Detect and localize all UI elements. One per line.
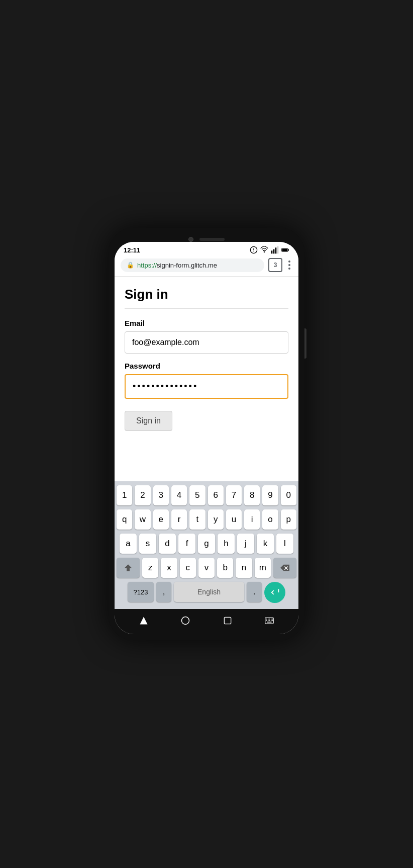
sign-in-button[interactable]: Sign in — [125, 411, 172, 431]
notch-area — [115, 234, 298, 242]
key-l[interactable]: l — [276, 534, 293, 554]
keyboard-row-zxcv: z x c v b n m — [117, 558, 296, 578]
key-k[interactable]: k — [257, 534, 274, 554]
key-h[interactable]: h — [218, 534, 235, 554]
key-space[interactable]: English — [174, 582, 244, 602]
key-comma[interactable]: , — [156, 582, 171, 602]
camera — [188, 237, 193, 242]
key-period[interactable]: . — [247, 582, 262, 602]
svg-rect-5 — [273, 249, 275, 254]
key-w[interactable]: w — [135, 509, 150, 530]
email-label: Email — [125, 319, 288, 327]
wifi-icon — [260, 246, 268, 254]
email-group: Email — [125, 319, 288, 354]
svg-point-3 — [264, 251, 265, 253]
url-text: https://signin-form.glitch.me — [137, 262, 217, 269]
keyboard-row-numbers: 1 2 3 4 5 6 7 8 9 0 — [117, 485, 296, 505]
svg-rect-18 — [268, 619, 269, 620]
key-e[interactable]: e — [153, 509, 169, 530]
key-j[interactable]: j — [237, 534, 254, 554]
page-title: Sign in — [125, 287, 288, 302]
url-bar[interactable]: 🔒 https://signin-form.glitch.me — [121, 258, 264, 272]
phone-screen: 12:11 — [115, 242, 298, 634]
status-icons — [250, 246, 289, 254]
svg-rect-23 — [268, 620, 269, 621]
phone-frame: 12:11 — [109, 228, 304, 640]
svg-rect-4 — [271, 250, 273, 253]
key-u[interactable]: u — [226, 509, 242, 530]
key-p[interactable]: p — [281, 509, 296, 530]
key-x[interactable]: x — [161, 558, 177, 578]
key-5[interactable]: 5 — [189, 485, 205, 505]
key-z[interactable]: z — [142, 558, 158, 578]
svg-rect-10 — [282, 248, 287, 251]
key-a[interactable]: a — [120, 534, 137, 554]
svg-rect-26 — [272, 620, 273, 621]
svg-rect-25 — [271, 620, 272, 621]
key-shift[interactable] — [117, 558, 140, 578]
signal-icon — [271, 246, 279, 254]
key-enter[interactable] — [264, 582, 285, 603]
svg-rect-17 — [266, 619, 267, 620]
battery-icon — [281, 246, 289, 254]
browser-bar: 🔒 https://signin-form.glitch.me 3 — [115, 256, 298, 277]
svg-rect-27 — [267, 622, 272, 623]
key-n[interactable]: n — [236, 558, 252, 578]
page-divider — [125, 308, 288, 309]
nav-recents-button[interactable] — [220, 613, 235, 628]
speaker — [199, 238, 225, 241]
nav-bar — [115, 609, 298, 634]
key-t[interactable]: t — [189, 509, 205, 530]
key-7[interactable]: 7 — [226, 485, 242, 505]
key-4[interactable]: 4 — [171, 485, 187, 505]
keyboard-row-bottom: ?123 , English . — [117, 582, 296, 603]
nav-back-button[interactable] — [136, 613, 151, 628]
key-g[interactable]: g — [198, 534, 215, 554]
lock-icon: 🔒 — [127, 262, 134, 269]
status-bar: 12:11 — [115, 242, 298, 256]
nav-home-button[interactable] — [178, 613, 193, 628]
key-3[interactable]: 3 — [153, 485, 169, 505]
svg-rect-7 — [277, 246, 279, 254]
svg-point-2 — [253, 251, 254, 251]
key-6[interactable]: 6 — [208, 485, 224, 505]
key-0[interactable]: 0 — [281, 485, 296, 505]
menu-button[interactable] — [286, 258, 292, 272]
email-input[interactable] — [125, 331, 288, 354]
keyboard-row-qwerty: q w e r t y u i o p — [117, 509, 296, 530]
svg-rect-21 — [272, 619, 273, 620]
key-b[interactable]: b — [217, 558, 233, 578]
key-c[interactable]: c — [180, 558, 196, 578]
key-backspace[interactable] — [273, 558, 296, 578]
svg-rect-9 — [288, 249, 289, 250]
key-2[interactable]: 2 — [135, 485, 150, 505]
password-input[interactable] — [125, 374, 288, 399]
notification-icon — [250, 246, 258, 254]
page-content: Sign in Email Password Sign in — [115, 277, 298, 481]
key-v[interactable]: v — [198, 558, 215, 578]
key-1[interactable]: 1 — [117, 485, 132, 505]
key-f[interactable]: f — [178, 534, 195, 554]
svg-rect-20 — [271, 619, 272, 620]
url-https: https:// — [137, 262, 157, 269]
key-s[interactable]: s — [139, 534, 156, 554]
key-o[interactable]: o — [262, 509, 278, 530]
key-9[interactable]: 9 — [262, 485, 278, 505]
key-q[interactable]: q — [117, 509, 132, 530]
tab-count[interactable]: 3 — [268, 258, 282, 272]
key-y[interactable]: y — [208, 509, 224, 530]
password-group: Password — [125, 362, 288, 399]
side-button — [304, 328, 306, 359]
key-i[interactable]: i — [244, 509, 260, 530]
nav-keyboard-button[interactable] — [262, 613, 277, 628]
key-numbers[interactable]: ?123 — [128, 582, 154, 602]
keyboard: 1 2 3 4 5 6 7 8 9 0 q w e r t y u i — [115, 481, 298, 609]
svg-rect-15 — [224, 617, 231, 624]
status-time: 12:11 — [124, 246, 140, 254]
svg-rect-22 — [266, 620, 267, 621]
svg-point-14 — [182, 617, 189, 625]
key-r[interactable]: r — [171, 509, 187, 530]
key-d[interactable]: d — [159, 534, 176, 554]
key-8[interactable]: 8 — [244, 485, 260, 505]
key-m[interactable]: m — [255, 558, 271, 578]
